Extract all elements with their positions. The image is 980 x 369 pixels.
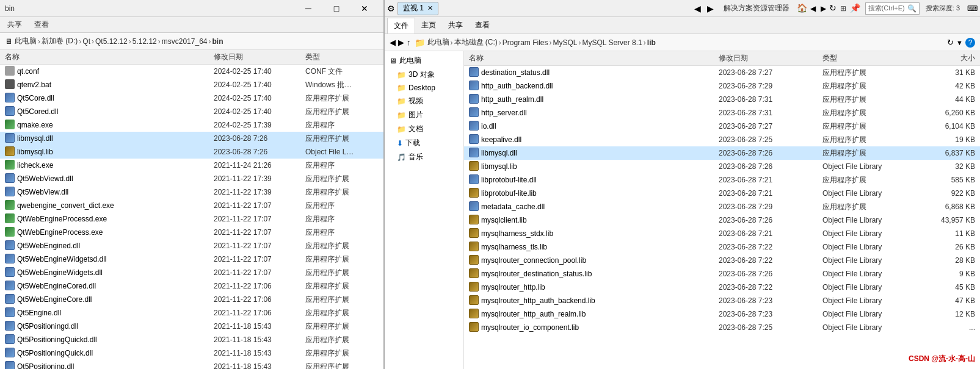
ribbon-tab-share[interactable]: 共享: [442, 18, 469, 33]
rcol-name[interactable]: 名称: [469, 53, 719, 63]
table-row[interactable]: mysqlrouter_http_auth_backend.lib 2023-0…: [464, 294, 980, 307]
table-row[interactable]: libprotobuf-lite.lib 2023-06-28 7:21 Obj…: [464, 187, 980, 200]
table-row[interactable]: mysqlharness_tls.lib 2023-06-28 7:22 Obj…: [464, 240, 980, 254]
table-row[interactable]: Qt5Positioningd.dll 2021-11-18 15:43 应用程…: [0, 320, 383, 333]
col-header-date[interactable]: 修改日期: [214, 52, 305, 62]
sidebar-desktop[interactable]: 📁 Desktop: [385, 82, 463, 94]
rcol-type[interactable]: 类型: [822, 53, 926, 63]
table-row[interactable]: Qt5Positioning.dll 2021-11-18 15:43 应用程序…: [0, 360, 383, 369]
home-icon[interactable]: 🏠: [797, 3, 807, 14]
bc-msvc[interactable]: msvc2017_64: [162, 37, 208, 46]
table-row[interactable]: Qt5WebEngineCore.dll 2021-11-22 17:06 应用…: [0, 293, 383, 306]
table-row[interactable]: libprotobuf-lite.dll 2023-06-28 7:21 应用程…: [464, 173, 980, 187]
table-row[interactable]: qt.conf 2024-02-25 17:40 CONF 文件: [0, 65, 383, 78]
rbc-thispc[interactable]: 此电脑: [427, 37, 449, 48]
pin-icon[interactable]: 📌: [850, 3, 860, 14]
sidebar-docs[interactable]: 📁 文档: [385, 122, 463, 136]
table-row[interactable]: Qt5PositioningQuickd.dll 2021-11-18 15:4…: [0, 333, 383, 346]
rbc-mysql[interactable]: MySQL: [553, 38, 578, 47]
table-row[interactable]: mysqlrouter_destination_status.lib 2023-…: [464, 267, 980, 281]
monitor-tab-close[interactable]: ✕: [427, 4, 433, 12]
close-button[interactable]: ✕: [350, 0, 379, 17]
table-row[interactable]: Qt5WebEngineWidgets.dll 2021-11-22 17:07…: [0, 266, 383, 279]
table-row[interactable]: QtWebEngineProcess.exe 2021-11-22 17:07 …: [0, 226, 383, 239]
table-row[interactable]: QtWebEngineProcessd.exe 2021-11-22 17:07…: [0, 212, 383, 226]
help-icon[interactable]: ?: [965, 38, 975, 48]
table-row[interactable]: mysqlharness_stdx.lib 2023-06-28 7:21 Ob…: [464, 227, 980, 240]
refresh-icon[interactable]: ↻: [829, 3, 837, 14]
table-row[interactable]: Qt5WebEngineCored.dll 2021-11-22 17:06 应…: [0, 279, 383, 293]
table-row[interactable]: Qt5Core.dll 2024-02-25 17:40 应用程序扩展: [0, 91, 383, 105]
table-row[interactable]: qmake.exe 2024-02-25 17:39 应用程序: [0, 118, 383, 132]
ribbon-tab-home[interactable]: 主页: [415, 18, 442, 33]
rbc-mysql-server[interactable]: MySQL Server 8.1: [583, 38, 642, 47]
table-row[interactable]: qtenv2.bat 2024-02-25 17:40 Windows 批…: [0, 78, 383, 91]
sidebar-video[interactable]: 📁 视频: [385, 94, 463, 108]
bc-qt[interactable]: Qt: [82, 37, 90, 46]
refresh-addr-icon[interactable]: ↻: [947, 38, 954, 47]
rcol-size[interactable]: 大小: [926, 53, 975, 63]
addr-forward[interactable]: ▶: [398, 38, 404, 47]
table-row[interactable]: Qt5WebEngined.dll 2021-11-22 17:07 应用程序扩…: [0, 239, 383, 253]
bc-bin[interactable]: bin: [212, 37, 223, 46]
table-row[interactable]: Qt5Engine.dll 2021-11-22 17:06 应用程序扩展: [0, 306, 383, 320]
bc-newvol[interactable]: 新加卷 (D:): [42, 36, 78, 46]
maximize-button[interactable]: □: [322, 0, 350, 17]
bc-thispc[interactable]: 此电脑: [15, 36, 37, 46]
table-row[interactable]: libmysql.dll 2023-06-28 7:26 应用程序扩展: [0, 132, 383, 145]
table-row[interactable]: io.dll 2023-06-28 7:27 应用程序扩展 6,104 KB: [464, 120, 980, 133]
file-date: 2024-02-25 17:40: [214, 107, 305, 116]
ribbon-tab-file[interactable]: 文件: [387, 18, 415, 34]
table-row[interactable]: libmysql.lib 2023-06-28 7:26 Object File…: [0, 145, 383, 159]
table-row[interactable]: libmysql.dll 2023-06-28 7:26 应用程序扩展 6,83…: [464, 146, 980, 160]
back-icon[interactable]: ◀: [692, 2, 703, 15]
table-row[interactable]: destination_status.dll 2023-06-28 7:27 应…: [464, 66, 980, 79]
bc-512[interactable]: 5.12.12: [132, 37, 157, 46]
table-row[interactable]: mysqlrouter_http_auth_realm.lib 2023-06-…: [464, 307, 980, 321]
ribbon-tab-view[interactable]: 查看: [469, 18, 496, 33]
view-btn[interactable]: 查看: [32, 18, 51, 31]
rbc-progfiles[interactable]: Program Files: [503, 38, 548, 47]
sidebar-3d[interactable]: 📁 3D 对象: [385, 68, 463, 82]
sidebar-music[interactable]: 🎵 音乐: [385, 150, 463, 164]
addr-dropdown-icon[interactable]: ▼: [956, 39, 963, 46]
table-row[interactable]: keepalive.dll 2023-06-28 7:25 应用程序扩展 19 …: [464, 133, 980, 146]
table-row[interactable]: http_auth_backend.dll 2023-06-28 7:29 应用…: [464, 79, 980, 93]
table-row[interactable]: mysqlrouter_http.lib 2023-06-28 7:22 Obj…: [464, 281, 980, 294]
file-name: Qt5Core.dll: [17, 94, 214, 102]
nav-back-icon[interactable]: ◀: [808, 3, 818, 14]
rcol-date[interactable]: 修改日期: [719, 53, 822, 63]
nav-forward-icon[interactable]: ▶: [819, 3, 828, 14]
table-row[interactable]: metadata_cache.dll 2023-06-28 7:29 应用程序扩…: [464, 200, 980, 213]
bc-qt5[interactable]: Qt5.12.12: [95, 37, 128, 46]
table-row[interactable]: mysqlclient.lib 2023-06-28 7:26 Object F…: [464, 213, 980, 227]
share-btn[interactable]: 共享: [5, 18, 24, 31]
table-row[interactable]: Qt5WebView.dll 2021-11-22 17:39 应用程序扩展: [0, 185, 383, 199]
col-header-name[interactable]: 名称: [5, 52, 214, 62]
table-row[interactable]: http_auth_realm.dll 2023-06-28 7:31 应用程序…: [464, 93, 980, 106]
addr-back[interactable]: ◀: [390, 38, 396, 47]
search-icon[interactable]: 🔍: [907, 4, 916, 13]
table-row[interactable]: libmysql.lib 2023-06-28 7:26 Object File…: [464, 160, 980, 173]
sidebar-downloads[interactable]: ⬇ 下载: [385, 136, 463, 150]
table-row[interactable]: mysqlrouter_io_component.lib 2023-06-28 …: [464, 321, 980, 334]
rbc-lib[interactable]: lib: [647, 38, 656, 47]
forward-icon[interactable]: ▶: [705, 2, 716, 15]
sidebar-thispc[interactable]: 🖥 此电脑: [385, 54, 463, 68]
table-row[interactable]: qwebengine_convert_dict.exe 2021-11-22 1…: [0, 199, 383, 212]
col-header-type[interactable]: 类型: [305, 52, 379, 62]
table-row[interactable]: http_server.dll 2023-06-28 7:31 应用程序扩展 6…: [464, 106, 980, 120]
table-row[interactable]: Qt5PositioningQuick.dll 2021-11-18 15:43…: [0, 346, 383, 360]
sidebar-pictures[interactable]: 📁 图片: [385, 108, 463, 122]
rbc-local[interactable]: 本地磁盘 (C:): [454, 37, 498, 48]
table-row[interactable]: Qt5Cored.dll 2024-02-25 17:40 应用程序扩展: [0, 105, 383, 118]
table-row[interactable]: licheck.exe 2021-11-24 21:26 应用程序: [0, 159, 383, 172]
file-type: Object File Library: [822, 162, 926, 171]
addr-up[interactable]: ↑: [407, 38, 411, 47]
minimize-button[interactable]: ─: [294, 0, 322, 17]
table-row[interactable]: Qt5WebViewd.dll 2021-11-22 17:39 应用程序扩展: [0, 172, 383, 185]
monitor-tab[interactable]: 监视 1 ✕: [397, 2, 438, 15]
table-row[interactable]: mysqlrouter_connection_pool.lib 2023-06-…: [464, 254, 980, 267]
code-icon[interactable]: ⌨: [967, 4, 978, 13]
table-row[interactable]: Qt5WebEngineWidgetsd.dll 2021-11-22 17:0…: [0, 253, 383, 266]
